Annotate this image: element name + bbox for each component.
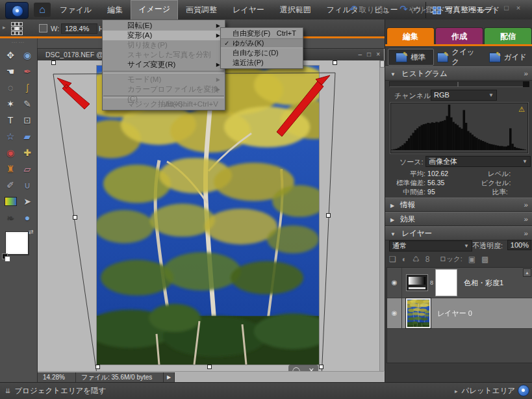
lock-all-icon[interactable]: ▩ [481, 255, 488, 264]
smudge-tool[interactable]: ❧ [2, 209, 19, 225]
magic-wand-tool[interactable]: ✶ [2, 96, 19, 112]
undo-button[interactable]: ↶取り消し [349, 3, 390, 16]
palette-options-icon[interactable] [518, 385, 529, 396]
brush-tool[interactable]: ✐ [2, 177, 19, 193]
lasso-tool[interactable]: ʃ [19, 79, 36, 96]
panel-menu-icon[interactable]: » [524, 212, 527, 225]
layer-mask-link-icon[interactable]: 8 [430, 279, 433, 286]
menu-item[interactable]: スキャンした写真を分割 [103, 50, 225, 60]
foreground-color-swatch[interactable] [5, 231, 29, 255]
new-layer-icon[interactable]: ❏ [389, 255, 396, 264]
layer-row[interactable]: ◉8色相・彩度1 [387, 268, 532, 298]
menubar-item[interactable]: イメージ [131, 0, 178, 19]
submenu-item[interactable]: 遠近法(P) [221, 58, 303, 68]
straighten-tool[interactable]: ▰ [19, 128, 36, 144]
menubar-item[interactable]: 選択範囲 [272, 1, 319, 19]
toolbox-grip[interactable]: ⋯⋯ [0, 39, 37, 45]
layers-panel-header[interactable]: ▼ レイヤー » [385, 226, 532, 240]
menu-item[interactable]: モード(M)▶ [103, 75, 225, 84]
adjustment-layer-icon[interactable]: ◐ [402, 255, 407, 264]
reference-point-icon[interactable] [11, 22, 23, 34]
menubar-item[interactable]: ファイル [52, 1, 99, 19]
effects-panel-header[interactable]: ▶ 効果 » [385, 212, 532, 226]
edit-mode-button[interactable]: ガイド [485, 49, 531, 66]
menu-item[interactable]: 変形(A)▶ [103, 31, 225, 40]
edit-mode-button[interactable]: クイック [437, 49, 483, 66]
edit-mode-button[interactable]: 標準 [388, 49, 434, 66]
layer-mask-thumbnail[interactable] [435, 269, 457, 296]
histogram-panel-header[interactable]: ▼ ヒストグラム » [385, 66, 532, 81]
move-tool[interactable]: ✥ [2, 47, 19, 63]
transform-handle-middle-left[interactable] [73, 215, 77, 220]
link-layers-icon[interactable]: 8 [425, 255, 430, 264]
zoom-tool[interactable]: ◉ [19, 47, 36, 63]
tab-edit[interactable]: 編集 [386, 27, 435, 44]
tab-panel[interactable]: 作成 [435, 27, 483, 44]
submenu-item[interactable]: ✓ゆがみ(K) [221, 38, 303, 48]
menu-item[interactable]: サイズ変更(R)▶ [103, 60, 225, 70]
hide-project-area-button[interactable]: ⇊ プロジェクトエリアを隠す [5, 386, 106, 396]
info-panel-header[interactable]: ▶ 情報 » [385, 198, 532, 212]
layer-name[interactable]: 色相・彩度1 [464, 278, 503, 288]
eraser-tool[interactable]: ▱ [19, 161, 36, 177]
layer-row[interactable]: ◉レイヤー 0 [387, 298, 532, 329]
menu-item[interactable]: カラープロファイルを変換(C)▶ [103, 84, 225, 94]
doc-maximize-button[interactable]: □ [367, 49, 371, 60]
scroll-up-icon[interactable]: ▲ [523, 268, 531, 277]
constrain-proportions-checkbox[interactable] [39, 24, 47, 32]
menubar-item[interactable]: 編集 [99, 1, 131, 19]
panel-menu-icon[interactable]: » [524, 227, 527, 240]
transform-handle-middle-right[interactable] [326, 213, 331, 218]
layer-visibility-icon[interactable]: ◉ [387, 298, 402, 328]
warning-icon[interactable]: ⚠ [518, 105, 525, 114]
menu-item[interactable]: 回転(E)▶ [103, 21, 225, 31]
swap-colors-icon[interactable]: ⇄ [29, 229, 34, 235]
layer-thumbnail[interactable] [406, 298, 431, 328]
hand-tool[interactable]: ☚ [2, 63, 19, 79]
delete-layer-icon[interactable]: ♺ [412, 255, 420, 264]
blend-mode-select[interactable]: 通常 ▼ [389, 240, 472, 251]
status-options-button[interactable]: ▶ [164, 372, 175, 382]
healing-brush-tool[interactable]: ✚ [19, 144, 36, 161]
palette-area-button[interactable]: ▸ パレットエリア [455, 386, 515, 396]
width-field[interactable]: 128.4% [61, 23, 97, 34]
menubar-item[interactable]: 画質調整 [178, 1, 225, 19]
submenu-item[interactable]: 自由な形に(D) [221, 48, 303, 58]
transform-handle-top-left[interactable] [51, 60, 56, 65]
paint-bucket-tool[interactable]: ∪ [19, 177, 36, 193]
clone-stamp-tool[interactable]: ♜ [2, 161, 19, 177]
eyedropper-tool[interactable]: ✒ [19, 63, 36, 79]
selection-brush-tool[interactable]: ✎ [19, 96, 36, 112]
layer-visibility-icon[interactable]: ◉ [387, 268, 402, 298]
layer-name[interactable]: レイヤー 0 [437, 309, 472, 318]
crop-tool[interactable]: ⊡ [19, 112, 36, 128]
commit-transform-button[interactable]: ◯ [292, 367, 300, 372]
type-tool[interactable]: T [2, 112, 19, 128]
window-close-button[interactable]: × [516, 4, 520, 12]
submenu-item[interactable]: 自由変形(F)Ctrl+T [221, 29, 303, 38]
window-maximize-button[interactable]: □ [504, 4, 509, 12]
transform-handle-bottom-right[interactable] [319, 365, 323, 369]
gradient-tool[interactable] [2, 193, 19, 209]
canvas-photo[interactable] [97, 66, 319, 365]
panel-menu-icon[interactable]: » [524, 198, 527, 211]
transform-handle-bottom-middle[interactable] [207, 365, 212, 369]
window-minimize-button[interactable]: – [492, 4, 496, 12]
channel-select[interactable]: RGB ▼ [431, 90, 497, 101]
menu-item[interactable]: マジック抽出(X)...Alt+Shift+Ctrl+V [103, 99, 225, 109]
shape-selection-tool[interactable]: ➤ [19, 193, 36, 209]
transform-handle-top-right[interactable] [333, 60, 337, 65]
red-eye-removal-tool[interactable]: ◉ [2, 144, 19, 161]
photo-organizer-button[interactable]: 写真整理モード [425, 2, 500, 18]
marquee-tool[interactable]: ◌ [2, 79, 19, 96]
cancel-transform-button[interactable]: ✕ [309, 367, 314, 372]
transform-handle-bottom-left[interactable] [95, 365, 100, 369]
menu-item[interactable]: 切り抜き(P) [103, 40, 225, 50]
source-select[interactable]: 画像全体 ▼ [425, 156, 531, 167]
menubar-item[interactable]: レイヤー [225, 1, 272, 19]
tab-panel[interactable]: 配信 [484, 27, 532, 44]
zoom-level-field[interactable]: 14.28% [38, 372, 76, 382]
home-icon[interactable]: ⌂ [34, 3, 51, 17]
opacity-field[interactable]: 100% [507, 240, 531, 250]
document-vertical-scrollbar[interactable] [379, 60, 385, 371]
